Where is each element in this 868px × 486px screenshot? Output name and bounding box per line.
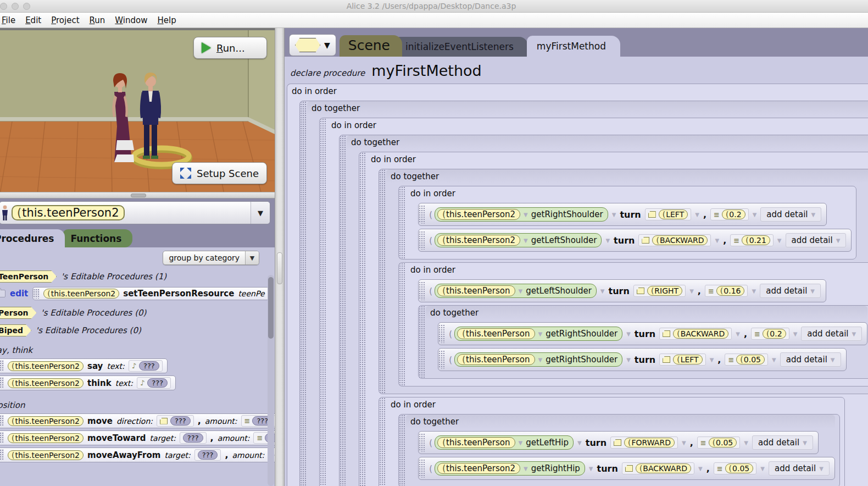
chevron-down-icon[interactable]: ▼ (715, 238, 719, 244)
target-object-pill[interactable]: this.teenPerson2 (8, 450, 84, 460)
direction-value-pill[interactable]: BACKWARD (636, 463, 691, 473)
chevron-down-icon[interactable]: ▼ (538, 357, 543, 363)
drag-handle[interactable] (438, 350, 445, 369)
selected-object-pill[interactable]: this.teenPerson2 (12, 205, 125, 220)
add-detail-dropdown[interactable]: add detail▼ (786, 233, 847, 247)
chevron-down-icon[interactable]: ▼ (626, 331, 631, 337)
chevron-down-icon[interactable]: ▼ (831, 357, 835, 363)
block-label[interactable]: do in order (327, 118, 868, 132)
splitter-grip[interactable] (131, 194, 146, 197)
menu-item-edit[interactable]: Edit (20, 14, 46, 26)
direction-dropdown[interactable]: BACKWARD (659, 328, 732, 340)
amount-value-pill[interactable]: 0.16 (716, 286, 745, 296)
procedure-tile[interactable]: this.teenPerson2movedirection:???,amount… (0, 413, 275, 428)
target-object-pill[interactable]: this.teenPerson (437, 437, 515, 448)
subpart-expression[interactable]: this.teenPerson2▼getRightHip (435, 461, 585, 476)
group-by-dropdown[interactable]: group by category ▼ (163, 251, 259, 265)
target-object-pill[interactable]: this.teenPerson (457, 354, 535, 365)
menu-item-project[interactable]: Project (46, 14, 84, 26)
direction-value-pill[interactable]: FORWARD (624, 438, 675, 448)
chevron-down-icon[interactable]: ▼ (772, 357, 776, 363)
target-object-pill[interactable]: this.teenPerson2 (43, 289, 119, 299)
scrollbar-thumb[interactable] (268, 277, 274, 339)
chevron-down-icon[interactable]: ▼ (626, 357, 631, 363)
chevron-down-icon[interactable]: ▼ (538, 331, 543, 337)
subpart-expression[interactable]: this.teenPerson2▼getRightShoulder (435, 207, 608, 222)
tab-initialize-event-listeners[interactable]: initializeEventListeners (394, 37, 528, 57)
menu-item-run[interactable]: Run (85, 14, 110, 26)
add-detail-dropdown[interactable]: add detail▼ (769, 461, 830, 476)
do-in-order-block[interactable]: do in orderdo togetherdo in order(this.t… (359, 152, 868, 486)
block-label[interactable]: do together (386, 169, 868, 183)
subpart-expression[interactable]: this.teenPerson▼getLeftShoulder (435, 284, 597, 298)
panel-divider[interactable] (275, 28, 285, 486)
statement[interactable]: (this.teenPerson2▼getLeftShoulder▼turnBA… (418, 229, 852, 252)
amount-value-pill[interactable]: 0.21 (742, 235, 770, 245)
param-value-dropdown[interactable]: ??? (180, 432, 207, 444)
add-detail-dropdown[interactable]: add detail▼ (752, 435, 813, 450)
chevron-down-icon[interactable]: ▼ (752, 288, 756, 294)
setup-scene-button[interactable]: Setup Scene (172, 162, 267, 184)
do-together-block[interactable]: do together(this.teenPerson▼getRightShou… (418, 305, 868, 379)
chevron-down-icon[interactable]: ▼ (753, 212, 757, 218)
add-detail-dropdown[interactable]: add detail▼ (780, 352, 841, 367)
amount-dropdown[interactable]: ≡0.2 (710, 208, 749, 220)
target-object-pill[interactable]: this.teenPerson2 (8, 378, 84, 388)
statement[interactable]: (this.teenPerson2▼getRightHip▼turnBACKWA… (418, 457, 835, 480)
amount-value-pill[interactable]: 0.05 (725, 463, 754, 473)
drag-handle[interactable] (419, 433, 425, 452)
chevron-down-icon[interactable]: ▼ (519, 440, 523, 446)
target-object-pill[interactable]: this.teenPerson2 (437, 463, 520, 474)
block-label[interactable]: do together (426, 306, 867, 319)
run-button[interactable]: Run... (193, 37, 267, 59)
amount-value-pill[interactable]: 0.05 (736, 355, 765, 365)
drag-handle[interactable] (0, 432, 4, 444)
do-together-block[interactable]: do togetherdo in orderdo togetherdo in o… (299, 101, 868, 486)
amount-dropdown[interactable]: ≡0.05 (714, 462, 757, 474)
edit-link[interactable]: edit (10, 289, 28, 299)
drag-handle[interactable] (33, 289, 40, 299)
chevron-down-icon[interactable]: ▼ (793, 331, 798, 337)
tab-procedures[interactable]: Procedures (0, 229, 65, 247)
direction-value-pill[interactable]: BACKWARD (673, 329, 728, 339)
drag-handle[interactable] (419, 281, 425, 300)
amount-dropdown[interactable]: ≡0.05 (725, 354, 768, 366)
block-label[interactable]: do together (307, 101, 868, 115)
subpart-expression[interactable]: this.teenPerson2▼getLeftShoulder (435, 233, 602, 247)
tab-scene[interactable]: Scene (340, 35, 402, 57)
chevron-down-icon[interactable]: ▼ (744, 440, 748, 446)
amount-dropdown[interactable]: ≡0.21 (730, 234, 774, 246)
target-object-pill[interactable]: this.teenPerson2 (8, 416, 84, 426)
chevron-down-icon[interactable]: ▼ (803, 440, 807, 446)
target-object-pill[interactable]: this.teenPerson2 (437, 209, 520, 220)
subpart-expression[interactable]: this.teenPerson▼getLeftHip (435, 435, 574, 450)
procedure-tile[interactable]: this.teenPerson2setTeenPersonResourcetee… (32, 287, 269, 300)
drag-handle[interactable] (0, 360, 4, 372)
add-detail-dropdown[interactable]: add detail▼ (760, 207, 821, 222)
chevron-down-icon[interactable]: ▼ (819, 466, 824, 472)
direction-dropdown[interactable]: RIGHT (633, 285, 686, 297)
tab-functions[interactable]: Functions (63, 229, 132, 247)
unset-value-pill[interactable]: ??? (147, 378, 168, 388)
do-in-order-block[interactable]: do in order(this.teenPerson2▼getRightSho… (398, 186, 856, 259)
unset-value-pill[interactable]: ??? (183, 433, 203, 443)
block-label[interactable]: do in order (406, 186, 852, 200)
procedures-scrollbar[interactable] (268, 275, 274, 486)
direction-dropdown[interactable]: LEFT (645, 208, 691, 220)
target-object-pill[interactable]: this.teenPerson2 (8, 433, 84, 443)
direction-value-pill[interactable]: LEFT (659, 209, 688, 219)
chevron-down-icon[interactable]: ▼ (695, 212, 699, 218)
target-object-pill[interactable]: this.teenPerson (437, 285, 515, 296)
amount-value-pill[interactable]: 0.2 (722, 209, 745, 219)
direction-value-pill[interactable]: BACKWARD (652, 235, 708, 245)
block-label[interactable]: do in order (287, 84, 868, 98)
do-in-order-block[interactable]: do in orderdo togetherdo in orderdo toge… (287, 84, 868, 486)
do-in-order-block[interactable]: do in orderdo together(this.teenPerson▼g… (379, 397, 845, 486)
chevron-down-icon[interactable]: ▼ (524, 238, 528, 244)
procedure-tile[interactable]: this.teenPerson2thinktext:♪??? (0, 375, 176, 390)
chevron-down-icon[interactable]: ▼ (612, 212, 616, 218)
chevron-down-icon[interactable]: ▼ (689, 288, 694, 294)
block-label[interactable]: do together (347, 135, 868, 149)
object-dropdown-arrow[interactable]: ▼ (251, 202, 270, 224)
param-value-dropdown[interactable]: ♪??? (129, 360, 163, 372)
